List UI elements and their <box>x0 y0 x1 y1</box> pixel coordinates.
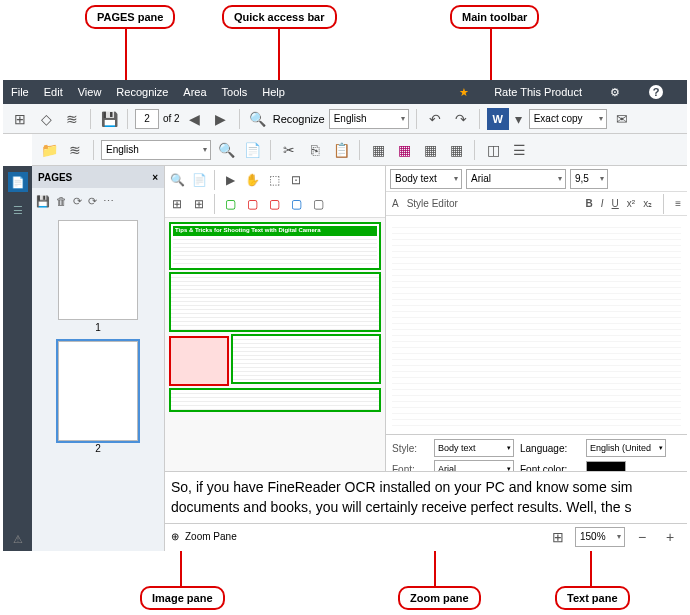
italic-icon[interactable]: I <box>601 198 604 209</box>
cut-icon[interactable]: ✂ <box>278 139 300 161</box>
table-area-icon[interactable]: ▢ <box>286 194 306 214</box>
menu-area[interactable]: Area <box>183 86 206 98</box>
menubar: File Edit View Recognize Area Tools Help… <box>3 80 687 104</box>
more-icon[interactable]: ⋯ <box>103 195 114 208</box>
delete-icon[interactable]: 🗑 <box>56 195 67 207</box>
read-area-icon[interactable]: 🔍 <box>167 170 187 190</box>
analyze-icon[interactable]: ⊞ <box>167 194 187 214</box>
recognize-icon[interactable]: 🔍 <box>247 108 269 130</box>
style-editor-icon[interactable]: A <box>392 198 399 209</box>
refresh2-icon[interactable]: ⟳ <box>88 195 97 208</box>
pointer-icon[interactable]: ▶ <box>220 170 240 190</box>
zoom-pane-select[interactable]: 150% <box>575 527 625 547</box>
image-toolbar: 🔍 📄 ▶ ✋ ⬚ ⊡ ⊞ ⊞ ▢ ▢ ▢ ▢ ▢ <box>165 166 385 218</box>
close-icon[interactable]: × <box>152 172 158 183</box>
font-select[interactable]: Arial <box>466 169 566 189</box>
menu-file[interactable]: File <box>11 86 29 98</box>
menu-help[interactable]: Help <box>262 86 285 98</box>
next-page-icon[interactable]: ▶ <box>210 108 232 130</box>
pages-pane-title: PAGES <box>38 172 72 183</box>
area-icon[interactable]: ⊡ <box>286 170 306 190</box>
menu-edit[interactable]: Edit <box>44 86 63 98</box>
zoom-pane-icon[interactable]: ⊕ <box>171 531 179 542</box>
star-icon: ★ <box>459 86 469 99</box>
paste-icon[interactable]: 📋 <box>330 139 352 161</box>
pages-pane: PAGES × 💾 🗑 ⟳ ⟳ ⋯ 1 2 <box>32 166 165 551</box>
bold-icon[interactable]: B <box>586 198 593 209</box>
page-thumbnail-2[interactable] <box>58 341 138 441</box>
image-area-icon[interactable]: ▢ <box>242 194 262 214</box>
prev-page-icon[interactable]: ◀ <box>184 108 206 130</box>
bg-image-icon[interactable]: ▢ <box>264 194 284 214</box>
svg-text:?: ? <box>653 86 660 98</box>
size-select[interactable]: 9,5 <box>570 169 608 189</box>
thumb-label: 2 <box>58 443 138 454</box>
redo-icon[interactable]: ↷ <box>450 108 472 130</box>
scan2-icon[interactable]: ≋ <box>64 139 86 161</box>
bookmarks-tab-icon[interactable]: ☰ <box>8 200 28 220</box>
zoom-out3-icon[interactable]: − <box>631 526 653 548</box>
send-icon[interactable]: ✉ <box>611 108 633 130</box>
open-icon[interactable]: ◇ <box>35 108 57 130</box>
super-icon[interactable]: x² <box>627 198 635 209</box>
menu-view[interactable]: View <box>78 86 102 98</box>
image-region[interactable] <box>169 336 229 386</box>
text-format-toolbar2: A Style Editor B I U x² x₂ ≡ <box>386 192 687 216</box>
dropdown-icon[interactable]: ▾ <box>513 108 525 130</box>
pages-tab-icon[interactable]: 📄 <box>8 172 28 192</box>
language-select[interactable]: English <box>329 109 409 129</box>
menu-tools[interactable]: Tools <box>222 86 248 98</box>
recognize-button[interactable]: Recognize <box>273 113 325 125</box>
layout3-icon[interactable]: ▦ <box>419 139 441 161</box>
callout-text: Text pane <box>555 586 630 610</box>
analyze2-icon[interactable]: ⊞ <box>189 194 209 214</box>
zoom-in3-icon[interactable]: + <box>659 526 681 548</box>
gear-icon[interactable]: ⚙ <box>607 84 623 100</box>
style-editor-link[interactable]: Style Editor <box>407 198 458 209</box>
refresh-icon[interactable]: ⟳ <box>73 195 82 208</box>
language2-select[interactable]: English <box>101 140 211 160</box>
layout2-icon[interactable]: ▦ <box>393 139 415 161</box>
save-icon[interactable]: 💾 <box>36 195 50 208</box>
read-icon[interactable]: 🔍 <box>215 139 237 161</box>
scan-icon[interactable]: ≋ <box>61 108 83 130</box>
quick-access-bar: 📁 ≋ English 🔍 📄 ✂ ⎘ 📋 ▦ ▦ ▦ ▦ ◫ ☰ <box>32 134 687 166</box>
grid-icon[interactable]: ⊞ <box>547 526 569 548</box>
read-page-icon[interactable]: 📄 <box>241 139 263 161</box>
rate-product-link[interactable]: Rate This Product <box>494 86 582 98</box>
page-thumbnail-1[interactable] <box>58 220 138 320</box>
left-sidebar: 📄 ☰ <box>3 166 32 551</box>
menu-recognize[interactable]: Recognize <box>116 86 168 98</box>
page-number-input[interactable] <box>135 109 159 129</box>
copy-icon[interactable]: ⎘ <box>304 139 326 161</box>
read-page2-icon[interactable]: 📄 <box>189 170 209 190</box>
new-icon[interactable]: ⊞ <box>9 108 31 130</box>
style-select[interactable]: Body text <box>390 169 462 189</box>
prop-lang-select[interactable]: English (United <box>586 439 666 457</box>
main-toolbar: ⊞ ◇ ≋ 💾 of 2 ◀ ▶ 🔍 Recognize English ↶ ↷… <box>3 104 687 134</box>
layout4-icon[interactable]: ▦ <box>445 139 467 161</box>
underline-icon[interactable]: U <box>612 198 619 209</box>
text-area-icon[interactable]: ▢ <box>220 194 240 214</box>
text-content[interactable] <box>386 216 687 434</box>
select-icon[interactable]: ⬚ <box>264 170 284 190</box>
undo-icon[interactable]: ↶ <box>424 108 446 130</box>
help-icon[interactable]: ? <box>648 84 664 100</box>
export-mode-select[interactable]: Exact copy <box>529 109 607 129</box>
warning-icon[interactable]: ⚠ <box>3 527 32 551</box>
hand-icon[interactable]: ✋ <box>242 170 262 190</box>
style-label: Style: <box>392 443 428 454</box>
open-folder-icon[interactable]: 📁 <box>38 139 60 161</box>
layout1-icon[interactable]: ▦ <box>367 139 389 161</box>
page-total: of 2 <box>163 113 180 124</box>
save-icon[interactable]: 💾 <box>98 108 120 130</box>
word-icon[interactable]: W <box>487 108 509 130</box>
layout5-icon[interactable]: ◫ <box>482 139 504 161</box>
sub-icon[interactable]: x₂ <box>643 198 652 209</box>
prop-style-select[interactable]: Body text <box>434 439 514 457</box>
align-left-icon[interactable]: ≡ <box>675 198 681 209</box>
pages-toolbar: 💾 🗑 ⟳ ⟳ ⋯ <box>32 188 164 214</box>
zoom-text-content[interactable]: So, if you have FineReader OCR installed… <box>165 472 687 523</box>
list-icon[interactable]: ☰ <box>508 139 530 161</box>
barcode-icon[interactable]: ▢ <box>308 194 328 214</box>
